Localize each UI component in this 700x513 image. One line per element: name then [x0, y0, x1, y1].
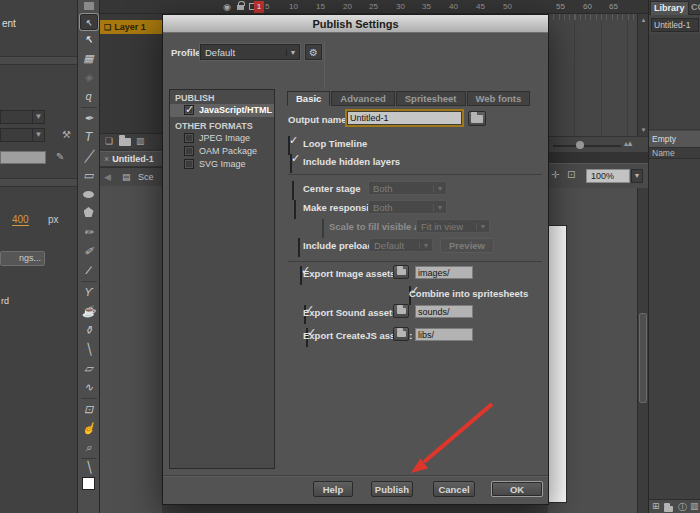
text-tool-icon[interactable]: T — [80, 128, 98, 147]
pencil-tool-icon[interactable]: ✏ — [80, 223, 98, 242]
new-symbol-icon[interactable]: ⊞ — [652, 501, 660, 511]
stage-vertical-scrollbar[interactable] — [637, 188, 648, 513]
format-javascript-html[interactable]: JavaScript/HTML — [170, 104, 274, 117]
image-path-input[interactable] — [415, 266, 473, 279]
createjs-path-input[interactable] — [415, 328, 473, 341]
sound-path-input[interactable] — [415, 305, 473, 318]
tab-advanced[interactable]: Advanced — [331, 91, 394, 106]
image-folder-button[interactable] — [393, 265, 409, 279]
tab-web-fonts[interactable]: Web fonts — [467, 91, 531, 106]
slider-handle[interactable] — [576, 141, 584, 149]
cancel-button[interactable]: Cancel — [433, 481, 475, 497]
profile-dropdown[interactable]: Default ▼ — [200, 44, 300, 60]
zoom-dropdown-arrow[interactable]: ▼ — [631, 169, 643, 183]
library-name-column-header[interactable]: Name — [649, 147, 700, 159]
loop-timeline-checkbox[interactable] — [288, 136, 290, 155]
scrollbar-thumb[interactable] — [639, 313, 647, 403]
dialog-title[interactable]: Publish Settings — [163, 15, 548, 33]
checkbox-icon[interactable] — [184, 133, 194, 143]
format-oam[interactable]: OAM Package — [170, 145, 274, 158]
layer-row[interactable]: ❏Layer 1 — [100, 20, 162, 34]
section-header-bar[interactable] — [0, 56, 77, 65]
polystar-tool-icon[interactable] — [80, 204, 98, 223]
library-item-list[interactable] — [649, 159, 700, 499]
pasteboard-left[interactable] — [100, 186, 162, 513]
make-responsive-checkbox[interactable] — [294, 200, 296, 219]
pen-tool-icon[interactable]: ✒ — [80, 109, 98, 128]
free-transform-tool-icon[interactable]: ▦ — [80, 49, 98, 68]
include-preloader-checkbox[interactable] — [298, 238, 300, 257]
close-icon[interactable]: × — [104, 154, 109, 164]
stage-height-value[interactable]: 400 — [12, 214, 29, 226]
createjs-folder-button[interactable] — [393, 327, 409, 341]
stage-zoom-value[interactable]: 100% — [586, 169, 630, 183]
delete-layer-icon[interactable]: ▥ — [136, 136, 145, 146]
checkbox-icon[interactable] — [184, 146, 194, 156]
new-layer-icon[interactable]: ❏ — [105, 136, 113, 146]
advanced-settings-button[interactable]: ngs... — [0, 251, 45, 266]
timeline-vertical-scrollbar[interactable]: ▲ ▼ — [637, 14, 648, 136]
eyedropper-tool-icon[interactable]: ╲ — [80, 340, 98, 359]
fill-color-swatch[interactable] — [82, 477, 95, 490]
help-button[interactable]: Help — [313, 481, 353, 497]
slider-track[interactable] — [553, 145, 621, 147]
class-field[interactable] — [0, 151, 46, 164]
output-folder-button[interactable] — [468, 111, 486, 126]
target-dropdown[interactable]: ▼ — [0, 110, 45, 124]
output-name-input[interactable] — [347, 111, 462, 125]
playhead[interactable]: 1 — [254, 1, 264, 13]
pasteboard-right[interactable] — [548, 188, 648, 513]
stage-canvas[interactable] — [549, 225, 567, 503]
stroke-color-picker-icon[interactable]: ╲ — [80, 460, 98, 474]
new-folder-icon[interactable] — [664, 504, 673, 513]
publish-button[interactable]: Publish — [371, 481, 413, 497]
hand-tool-icon[interactable]: ☝ — [80, 419, 98, 438]
lasso-tool-icon[interactable]: ɋ — [80, 87, 98, 106]
checkbox-icon[interactable] — [184, 159, 194, 169]
zoom-tool-icon[interactable]: ⌕ — [80, 438, 98, 457]
profile-options-gear-button[interactable]: ⚙ — [305, 44, 322, 60]
line-tool-icon[interactable]: ╱ — [80, 147, 98, 166]
rectangle-tool-icon[interactable]: ▭ — [80, 166, 98, 185]
edit-symbols-icon[interactable]: ⊡ — [567, 169, 575, 180]
new-folder-icon[interactable] — [119, 138, 131, 148]
delete-item-icon[interactable]: ▥ — [690, 501, 699, 511]
ink-bottle-tool-icon[interactable]: ⚱ — [80, 321, 98, 340]
frame-grid[interactable] — [548, 20, 637, 136]
paint-bucket-tool-icon[interactable]: ☕ — [80, 302, 98, 321]
export-image-assets-checkbox[interactable] — [300, 266, 302, 285]
item-properties-icon[interactable]: ⓘ — [678, 501, 687, 513]
center-frame-icon[interactable]: ✛ — [551, 169, 559, 180]
bone-tool-icon[interactable]: ϒ — [80, 283, 98, 302]
format-svg[interactable]: SVG Image — [170, 158, 274, 171]
wrench-icon[interactable]: ⚒ — [62, 129, 71, 140]
tab-cc-libraries-fragment[interactable]: CC — [691, 2, 700, 12]
sound-folder-button[interactable] — [393, 304, 409, 318]
camera-tool-icon[interactable]: ⊡ — [80, 400, 98, 419]
renderer-dropdown[interactable]: ▼ — [0, 128, 45, 142]
lock-icon[interactable] — [237, 5, 244, 10]
subselection-tool-icon[interactable]: ↖ — [80, 30, 98, 49]
document-tab[interactable]: ×Untitled-1 — [100, 151, 162, 166]
library-document-select[interactable]: Untitled-1 — [651, 18, 699, 32]
include-hidden-layers-checkbox[interactable] — [290, 154, 292, 173]
checkbox-checked-icon[interactable] — [184, 105, 194, 115]
show-hide-eye-icon[interactable]: ◉ — [223, 2, 231, 12]
back-arrow-icon[interactable]: ◀ — [104, 172, 111, 182]
format-jpeg[interactable]: JPEG Image — [170, 132, 274, 145]
oval-tool-icon[interactable] — [80, 185, 98, 204]
brush-tool-icon[interactable]: ∕ — [80, 261, 98, 280]
section-header-bar[interactable] — [0, 178, 77, 187]
tab-library[interactable]: Library — [650, 1, 689, 15]
pencil-edit-icon[interactable]: ✎ — [56, 151, 64, 162]
center-stage-checkbox[interactable] — [292, 181, 294, 200]
paint-brush-tool-icon[interactable]: ✐ — [80, 242, 98, 261]
layer-name[interactable]: Layer 1 — [114, 22, 146, 32]
width-tool-icon[interactable]: ∿ — [80, 378, 98, 397]
ok-button[interactable]: OK — [491, 481, 543, 497]
panel-menu-icon[interactable] — [84, 2, 94, 10]
selection-tool-icon[interactable]: ↖ — [80, 14, 98, 30]
eraser-tool-icon[interactable]: ▱ — [80, 359, 98, 378]
tab-basic[interactable]: Basic — [287, 91, 330, 106]
tab-spritesheet[interactable]: Spritesheet — [396, 91, 466, 106]
